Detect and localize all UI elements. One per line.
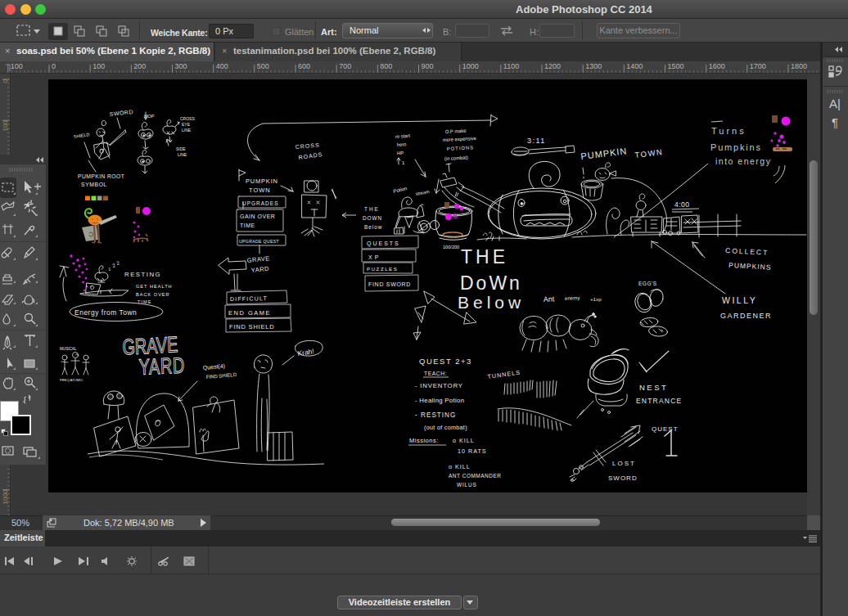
svg-text:Below: Below — [364, 224, 382, 230]
svg-text:1100: 1100 — [503, 62, 519, 70]
svg-text:stream: stream — [415, 189, 430, 196]
svg-text:100: 100 — [92, 62, 105, 70]
svg-text:GET HEALTH: GET HEALTH — [136, 284, 173, 289]
svg-text:HP: HP — [397, 151, 404, 155]
svg-text:hero: hero — [397, 142, 407, 147]
svg-text:DoWn: DoWn — [460, 272, 522, 294]
svg-text:o KILL: o KILL — [449, 463, 471, 470]
svg-text:PUMPKIN: PUMPKIN — [580, 146, 628, 161]
svg-text:z: z — [107, 266, 111, 272]
svg-text:MUSICAL: MUSICAL — [60, 347, 77, 351]
svg-text:TIME: TIME — [240, 223, 255, 228]
svg-text:PUMPKINS: PUMPKINS — [728, 261, 772, 272]
svg-text:1200: 1200 — [544, 62, 561, 70]
svg-text:enemy: enemy — [565, 295, 581, 301]
svg-text:+1xp: +1xp — [590, 296, 602, 302]
svg-text:SWORD: SWORD — [109, 109, 133, 117]
svg-text:1500: 1500 — [668, 62, 684, 70]
svg-text:- INVENTORY: - INVENTORY — [415, 382, 463, 389]
svg-text:POTIONS: POTIONS — [447, 145, 474, 151]
svg-text:SYMBOL: SYMBOL — [81, 182, 107, 187]
svg-text:800: 800 — [380, 62, 392, 70]
svg-text:500: 500 — [257, 62, 269, 70]
svg-text:TOWN: TOWN — [249, 187, 271, 194]
svg-text:Energy from Town: Energy from Town — [74, 308, 137, 317]
svg-text:1400: 1400 — [626, 62, 643, 70]
svg-text:2: 2 — [116, 260, 120, 266]
svg-text:ANT COMMANDER: ANT COMMANDER — [449, 473, 502, 479]
svg-text:2: 2 — [112, 263, 116, 268]
svg-text:LINE: LINE — [182, 128, 192, 133]
svg-text:Quest(4): Quest(4) — [202, 363, 225, 371]
svg-text:(out of combat): (out of combat) — [424, 424, 467, 431]
svg-text:DIFFICULT: DIFFICULT — [230, 295, 268, 302]
svg-text:re start: re start — [395, 133, 411, 139]
svg-text:3:11: 3:11 — [527, 137, 546, 145]
svg-text:GARDENER: GARDENER — [720, 312, 772, 320]
svg-text:200: 200 — [133, 62, 146, 70]
svg-text:QUEST 2+3: QUEST 2+3 — [419, 357, 472, 366]
svg-text:YARD: YARD — [138, 353, 185, 380]
svg-text:EYE: EYE — [182, 122, 191, 127]
svg-text:END GAME: END GAME — [228, 309, 271, 317]
svg-text:(in combat): (in combat) — [444, 155, 468, 161]
svg-text:RESTING: RESTING — [124, 271, 161, 278]
svg-text:Missions:: Missions: — [409, 437, 439, 444]
svg-text:100: 100 — [2, 120, 9, 132]
svg-text:FIND SHIELD: FIND SHIELD — [206, 372, 237, 380]
svg-text:Pumpkins: Pumpkins — [710, 142, 762, 152]
svg-text:more expensive: more expensive — [443, 136, 476, 142]
svg-text:1300: 1300 — [585, 62, 602, 70]
svg-text:WILUS: WILUS — [457, 482, 477, 488]
svg-text:LINE: LINE — [178, 152, 187, 157]
svg-text:400: 400 — [216, 62, 228, 70]
svg-text:300: 300 — [175, 62, 187, 70]
svg-text:100: 100 — [11, 62, 23, 70]
svg-text:Below: Below — [458, 293, 525, 312]
svg-text:LOST: LOST — [612, 460, 636, 467]
svg-text:NEST: NEST — [639, 383, 668, 392]
svg-text:ROADS: ROADS — [298, 151, 323, 160]
svg-text:WILLY: WILLY — [722, 295, 757, 305]
svg-text:CROSS: CROSS — [295, 142, 319, 150]
svg-text:TUNNELS: TUNNELS — [487, 368, 521, 380]
svg-text:THE: THE — [461, 246, 508, 268]
svg-text:PUMPKIN: PUMPKIN — [246, 178, 278, 185]
svg-text:1000: 1000 — [462, 62, 479, 70]
svg-text:700: 700 — [339, 62, 351, 70]
svg-text:FIND SWORD: FIND SWORD — [368, 281, 411, 287]
svg-text:into energy: into energy — [715, 156, 771, 166]
svg-text:Potion: Potion — [393, 186, 408, 194]
svg-text:GRAVE: GRAVE — [246, 254, 270, 264]
svg-text:1700: 1700 — [750, 62, 766, 70]
svg-text:Ant: Ant — [544, 295, 556, 304]
svg-text:10 RATS: 10 RATS — [458, 447, 487, 455]
svg-text:ENTRANCE: ENTRANCE — [636, 397, 682, 405]
svg-text:FREQ ATOMIC: FREQ ATOMIC — [60, 378, 83, 382]
svg-text:o KILL: o KILL — [453, 437, 475, 444]
svg-text:600: 600 — [298, 62, 310, 70]
svg-text:0: 0 — [52, 62, 56, 70]
svg-text:- RESTING: - RESTING — [415, 411, 456, 419]
svg-text:BACK OVER: BACK OVER — [136, 292, 170, 297]
svg-text:YARD: YARD — [250, 265, 269, 274]
svg-text:MOP: MOP — [144, 114, 155, 119]
svg-text:QUESTS: QUESTS — [367, 241, 400, 247]
svg-text:1600: 1600 — [709, 62, 725, 70]
svg-text:O.P make: O.P make — [445, 128, 467, 134]
svg-text:UPGRADE QUEST: UPGRADE QUEST — [239, 239, 279, 244]
svg-text:0: 0 — [2, 79, 9, 83]
svg-text:4:00: 4:00 — [674, 200, 690, 209]
svg-text:Turns: Turns — [711, 126, 747, 136]
svg-text:1: 1 — [402, 160, 405, 165]
svg-text:- Healing Potion: - Healing Potion — [415, 397, 464, 404]
svg-text:PUMPKIN ROOT: PUMPKIN ROOT — [78, 173, 124, 179]
svg-text:EGG'S: EGG'S — [638, 281, 657, 286]
svg-text:PUZZLES: PUZZLES — [367, 266, 398, 272]
svg-text:GAIN OVER: GAIN OVER — [240, 214, 275, 219]
svg-text:TOWN: TOWN — [634, 147, 664, 160]
svg-text:100/200: 100/200 — [443, 245, 459, 250]
svg-text:CROSS: CROSS — [180, 116, 195, 121]
svg-text:FIND SHIELD: FIND SHIELD — [229, 323, 274, 330]
svg-text:QUEST: QUEST — [652, 425, 679, 433]
